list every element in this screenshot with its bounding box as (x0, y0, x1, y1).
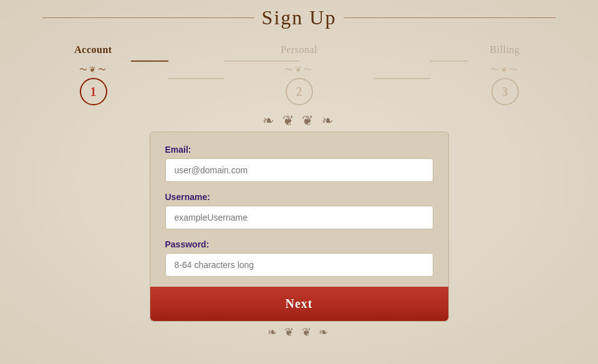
email-group: Email: (165, 145, 433, 182)
step-billing-line-area (430, 60, 580, 62)
form-card: Email: Username: Password: Next (150, 132, 449, 322)
step-billing-label: Billing (490, 44, 520, 55)
step-billing: Billing 〜❦〜 3 (430, 44, 580, 105)
step-billing-ornament: 〜❦〜 (491, 64, 519, 75)
title-line-left (42, 17, 254, 18)
password-label: Password: (165, 239, 433, 249)
step-account-circle: 1 (80, 78, 107, 105)
step-billing-circle: 3 (491, 78, 519, 105)
step-account-ornament: 〜❦〜 (79, 64, 108, 75)
step-personal-label: Personal (281, 44, 317, 55)
username-group: Username: (165, 192, 433, 229)
connector-1-2 (168, 78, 224, 79)
step-account: Account 〜❦〜 1 (19, 44, 168, 105)
email-label: Email: (165, 145, 433, 155)
page-title-bar: Sign Up (0, 0, 598, 34)
step-personal-ornament: 〜❦〜 (285, 64, 314, 75)
username-label: Username: (165, 192, 433, 202)
step-billing-right-line (468, 60, 580, 62)
step-personal-line-area (224, 60, 374, 62)
next-button[interactable]: Next (150, 287, 448, 321)
step-account-label: Account (74, 44, 112, 55)
password-input[interactable] (165, 253, 433, 277)
step-personal: Personal 〜❦〜 2 (224, 44, 374, 105)
connector-2-3 (374, 78, 430, 79)
step-personal-circle: 2 (286, 78, 313, 105)
page-title: Sign Up (262, 6, 337, 29)
form-ornament-bottom: ❧ ❦ ❦ ❧ (268, 325, 331, 339)
username-input[interactable] (165, 206, 433, 229)
title-line-right (344, 17, 556, 18)
step-account-left-line (19, 60, 131, 62)
step-personal-left-line (224, 60, 262, 62)
step-account-right-line (131, 60, 168, 62)
steps-container: Account 〜❦〜 1 Personal 〜❦〜 2 Billing (19, 34, 580, 105)
step-personal-right-line (262, 60, 299, 62)
password-group: Password: (165, 239, 433, 277)
form-ornament-top: ❧ ❦ ❦ ❧ (263, 113, 335, 129)
step-account-line-area (19, 60, 168, 62)
step-billing-left-line (430, 60, 468, 62)
email-input[interactable] (165, 158, 433, 182)
